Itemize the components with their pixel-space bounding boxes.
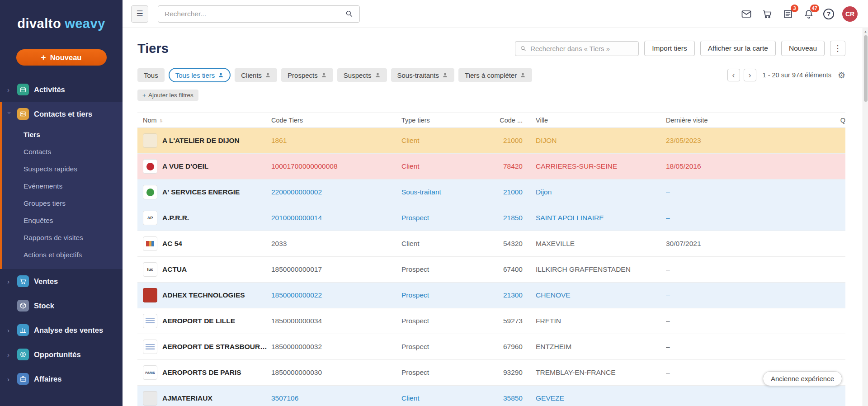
- table-row[interactable]: A' SERVICES ENERGIE 2200000000002 Sous-t…: [137, 179, 845, 205]
- postal-cell: 59273: [479, 317, 523, 325]
- mail-button[interactable]: [740, 8, 753, 20]
- head-actions: Import tiers Afficher sur la carte Nouve…: [515, 41, 845, 56]
- code-cell: 1850000000030: [271, 368, 401, 377]
- analytics-icon: [17, 324, 29, 336]
- sidebar-item-stock[interactable]: Stock: [0, 293, 123, 318]
- column-header-code-tiers[interactable]: Code Tiers: [271, 117, 401, 124]
- sidebar-new-button[interactable]: + Nouveau: [16, 49, 107, 66]
- column-header-extra[interactable]: Q: [840, 113, 845, 127]
- filter-chip-tous-les-tiers[interactable]: Tous les tiers: [169, 68, 231, 82]
- help-button[interactable]: ?: [823, 9, 834, 19]
- opportunities-icon: [17, 349, 29, 360]
- table-row[interactable]: AJMATERIAUX 3507106 Client 35850 GEVEZE …: [137, 386, 845, 406]
- table-row[interactable]: PARIS AEROPORTS DE PARIS 1850000000030 P…: [137, 360, 845, 386]
- table-row[interactable]: A VUE D'OEIL 10001700000000008 Client 78…: [137, 154, 845, 179]
- table-row[interactable]: AEROPORT DE LILLE 1850000000034 Prospect…: [137, 308, 845, 334]
- content: Tiers Import tiers Afficher sur la carte…: [123, 41, 868, 406]
- chip-label: Sous-traitants: [397, 71, 439, 79]
- submenu-item-suspects-rapides[interactable]: Suspects rapides: [2, 161, 123, 178]
- person-icon: [321, 72, 327, 78]
- vertical-scrollbar[interactable]: ▲: [863, 28, 868, 406]
- hamburger-menu-button[interactable]: ☰: [131, 5, 148, 23]
- filters-row: Tous Tous les tiers Clients Prospects: [137, 68, 845, 82]
- new-tiers-button[interactable]: Nouveau: [781, 41, 825, 56]
- sidebar-item-contacts-et-tiers[interactable]: › Contacts et tiers: [2, 102, 123, 126]
- chevron-down-icon: ›: [6, 112, 14, 117]
- last-visit-cell: –: [666, 317, 845, 325]
- code-cell: 3507106: [271, 394, 401, 402]
- company-logo: [143, 340, 157, 354]
- submenu-item-contacts[interactable]: Contacts: [2, 143, 123, 161]
- scrollbar-thumb[interactable]: [864, 35, 868, 102]
- sidebar-item-label: Ventes: [34, 277, 58, 286]
- scroll-up-arrow[interactable]: ▲: [863, 28, 868, 34]
- company-name: AEROPORTS DE PARIS: [162, 368, 241, 377]
- filter-chip-sous-traitants[interactable]: Sous-traitants: [391, 68, 455, 82]
- type-cell: Client: [401, 240, 479, 248]
- table-settings-button[interactable]: ⚙: [838, 70, 845, 80]
- table-row[interactable]: tuc ACTUA 1850000000017 Prospect 67400 I…: [137, 257, 845, 283]
- notifications-button[interactable]: 47: [802, 8, 815, 20]
- sidebar-item-affaires[interactable]: › Affaires: [0, 367, 123, 391]
- tasks-button[interactable]: 3: [782, 8, 794, 20]
- name-cell: PARIS AEROPORTS DE PARIS: [137, 365, 271, 380]
- postal-cell: 21000: [479, 188, 523, 196]
- postal-cell: 67400: [479, 265, 523, 274]
- filter-chip-tous[interactable]: Tous: [137, 68, 165, 82]
- tiers-search-input[interactable]: [530, 45, 634, 52]
- filter-chip-suspects[interactable]: Suspects: [337, 68, 387, 82]
- filter-chip-tiers-a-completer[interactable]: Tiers à compléter: [458, 68, 532, 82]
- table-row[interactable]: AC 54 2033 Client 54320 MAXEVILLE 30/07/…: [137, 231, 845, 257]
- submenu-item-tiers[interactable]: Tiers: [2, 126, 123, 143]
- table-row[interactable]: AP A.P.R.R. 2010000000014 Prospect 21850…: [137, 205, 845, 231]
- city-cell: CHENOVE: [523, 291, 666, 299]
- chip-label: Suspects: [344, 71, 372, 79]
- submenu-item-groupes-tiers[interactable]: Groupes tiers: [2, 195, 123, 212]
- cart-button[interactable]: [761, 8, 774, 20]
- company-name: ACTUA: [162, 265, 187, 274]
- last-visit-cell: 23/05/2023: [666, 137, 845, 145]
- sidebar-item-label: Stock: [34, 302, 54, 310]
- filter-chip-prospects[interactable]: Prospects: [281, 68, 333, 82]
- code-cell: 1850000000022: [271, 291, 401, 299]
- nav-group-analyse: › Analyse des ventes: [0, 318, 123, 342]
- column-header-ville[interactable]: Ville: [523, 117, 666, 124]
- column-header-type-tiers[interactable]: Type tiers: [401, 117, 479, 124]
- global-search-input[interactable]: [158, 10, 339, 18]
- business-icon: [17, 373, 29, 385]
- chevron-right-icon: ›: [7, 326, 12, 334]
- user-avatar[interactable]: CR: [842, 6, 858, 22]
- column-header-derniere-visite[interactable]: Dernière visite: [666, 117, 845, 124]
- next-page-button[interactable]: ›: [744, 69, 756, 81]
- contacts-submenu: Tiers Contacts Suspects rapides Evénemen…: [2, 126, 123, 269]
- filter-chip-clients[interactable]: Clients: [235, 68, 277, 82]
- name-cell: tuc ACTUA: [137, 262, 271, 277]
- sidebar-item-opportunites[interactable]: › Opportunités: [0, 342, 123, 367]
- column-header-nom[interactable]: Nom ↑↓: [137, 117, 271, 124]
- column-header-code-postal[interactable]: Code ...: [479, 117, 523, 124]
- type-cell: Prospect: [401, 317, 479, 325]
- sidebar-item-analyse-des-ventes[interactable]: › Analyse des ventes: [0, 318, 123, 342]
- submenu-item-enquetes[interactable]: Enquêtes: [2, 212, 123, 229]
- submenu-item-evenements[interactable]: Evénements: [2, 178, 123, 195]
- table-row[interactable]: AEROPORT DE STRASBOURG-E... 185000000003…: [137, 334, 845, 360]
- import-tiers-button[interactable]: Import tiers: [644, 41, 695, 56]
- sidebar-item-activites[interactable]: › Activités: [0, 77, 123, 102]
- chevron-right-icon: ›: [7, 86, 12, 94]
- company-name: AEROPORT DE STRASBOURG-E...: [162, 343, 271, 351]
- old-experience-button[interactable]: Ancienne expérience: [763, 371, 842, 386]
- more-actions-button[interactable]: ⋮: [830, 41, 845, 56]
- add-filters-button[interactable]: + Ajouter les filtres: [137, 90, 198, 101]
- table-row[interactable]: A L'ATELIER DE DIJON 1861 Client 21000 D…: [137, 128, 845, 154]
- last-visit-cell: 18/05/2016: [666, 162, 845, 170]
- submenu-item-actions-et-objectifs[interactable]: Actions et objectifs: [2, 246, 123, 264]
- company-name: AC 54: [162, 240, 182, 248]
- submenu-item-rapports-de-visites[interactable]: Rapports de visites: [2, 229, 123, 246]
- add-filter-row: + Ajouter les filtres: [137, 90, 845, 101]
- name-cell: A' SERVICES ENERGIE: [137, 185, 271, 199]
- previous-page-button[interactable]: ‹: [727, 69, 740, 81]
- show-on-map-button[interactable]: Afficher sur la carte: [700, 41, 776, 56]
- global-search-button[interactable]: [339, 6, 359, 22]
- sidebar-item-ventes[interactable]: › Ventes: [0, 269, 123, 293]
- table-row[interactable]: ADHEX TECHNOLOGIES 1850000000022 Prospec…: [137, 283, 845, 308]
